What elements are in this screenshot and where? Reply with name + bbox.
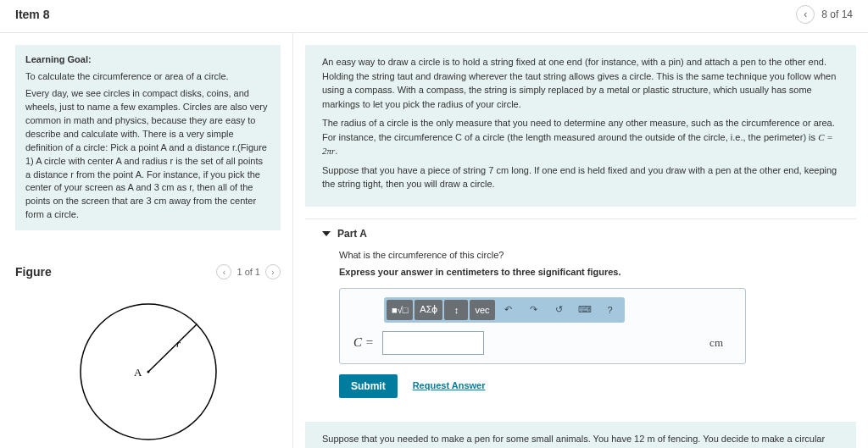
top-bar: Item 8 ‹ 8 of 14 xyxy=(0,0,868,33)
learning-goal-label: Learning Goal: xyxy=(25,54,92,64)
figure-area: A r xyxy=(15,286,281,448)
equation-label: C = xyxy=(353,333,374,352)
help-button[interactable]: ? xyxy=(598,300,622,320)
unit-label: cm xyxy=(709,335,732,351)
template-button[interactable]: ■√□ xyxy=(387,300,413,320)
prev-item-button[interactable]: ‹ xyxy=(796,5,815,24)
svg-point-2 xyxy=(147,371,149,373)
greek-button[interactable]: ΑΣϕ xyxy=(415,300,442,320)
circle-figure: A r xyxy=(68,291,229,448)
figure-next-button[interactable]: › xyxy=(265,264,281,279)
left-column: Learning Goal: To calculate the circumfe… xyxy=(0,33,292,448)
part-a-body: What is the circumference of this circle… xyxy=(305,248,856,410)
part-a: Part A What is the circumference of this… xyxy=(305,218,856,410)
figure-prev-button[interactable]: ‹ xyxy=(216,264,231,279)
figure-pager: ‹ 1 of 1 › xyxy=(216,264,281,279)
mid-block: Suppose that you needed to make a pen fo… xyxy=(305,422,856,449)
right-column: An easy way to draw a circle is to hold … xyxy=(292,33,868,448)
redo-button[interactable]: ↷ xyxy=(522,300,546,320)
equation-toolbar: ■√□ ΑΣϕ ↕ vec ↶ ↷ ↺ ⌨ ? xyxy=(384,297,625,323)
intro-p1: An easy way to draw a circle is to hold … xyxy=(322,55,839,111)
learning-goal-para: Every day, we see circles in compact dis… xyxy=(25,87,270,222)
intro-block: An easy way to draw a circle is to hold … xyxy=(305,45,856,207)
intro-p2: The radius of a circle is the only measu… xyxy=(322,116,839,158)
part-a-actions: Submit Request Answer xyxy=(339,374,839,398)
figure-title: Figure xyxy=(15,265,52,279)
undo-button[interactable]: ↶ xyxy=(497,300,520,320)
answer-input[interactable] xyxy=(382,331,484,355)
figure-center-label: A xyxy=(134,366,142,379)
answer-box: ■√□ ΑΣϕ ↕ vec ↶ ↷ ↺ ⌨ ? C = cm xyxy=(339,288,746,364)
item-title: Item 8 xyxy=(15,8,49,21)
part-a-header[interactable]: Part A xyxy=(305,219,856,245)
part-a-title: Part A xyxy=(337,228,367,240)
learning-goal-box: Learning Goal: To calculate the circumfe… xyxy=(15,45,281,230)
part-a-instruction: Express your answer in centimeters to th… xyxy=(339,265,839,279)
figure-page-indicator: 1 of 1 xyxy=(236,267,260,277)
reset-button[interactable]: ↺ xyxy=(548,300,571,320)
part-a-question: What is the circumference of this circle… xyxy=(339,248,839,263)
learning-goal-text: To calculate the circumference or area o… xyxy=(25,70,270,84)
request-answer-link[interactable]: Request Answer xyxy=(413,379,486,393)
figure-radius-label: r xyxy=(176,337,181,350)
submit-button[interactable]: Submit xyxy=(339,374,398,398)
vec-button[interactable]: vec xyxy=(470,300,494,320)
page-indicator: 8 of 14 xyxy=(821,8,853,20)
equation-row: C = cm xyxy=(353,331,732,355)
keyboard-button[interactable]: ⌨ xyxy=(573,300,597,320)
svg-line-1 xyxy=(148,324,197,372)
figure-header: Figure ‹ 1 of 1 › xyxy=(15,264,281,279)
caret-down-icon xyxy=(322,231,331,236)
sort-button[interactable]: ↕ xyxy=(444,300,468,320)
intro-p3: Suppose that you have a piece of string … xyxy=(322,163,839,191)
pager: ‹ 8 of 14 xyxy=(796,5,853,24)
